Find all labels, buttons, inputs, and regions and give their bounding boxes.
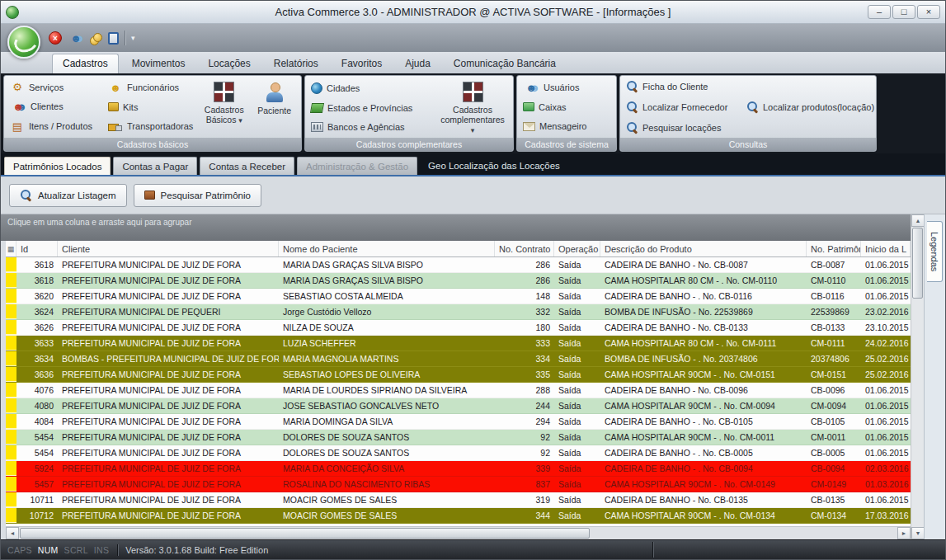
bancos-agencias-button[interactable]: Bancos e Agências (308, 121, 434, 133)
cell-cliente: PREFEITURA MUNICIPAL DE JUIZ DE FORA (58, 492, 279, 507)
table-row[interactable]: 5457 PREFEITURA MUNICIPAL DE JUIZ DE FOR… (6, 477, 911, 492)
atualizar-listagem-button[interactable]: Atualizar Listagem (9, 184, 127, 207)
ribbon-tab-movimentos[interactable]: Movimentos (122, 54, 195, 73)
close-button[interactable]: × (917, 5, 940, 19)
application-orb-button[interactable] (7, 26, 40, 59)
cell-inicio: 01.06.2015 (861, 383, 911, 398)
scroll-track[interactable] (911, 299, 924, 527)
table-row[interactable]: 5454 PREFEITURA MUNICIPAL DE JUIZ DE FOR… (6, 430, 911, 445)
table-row[interactable]: 3633 PREFEITURA MUNICIPAL DE JUIZ DE FOR… (6, 336, 911, 351)
cidades-button[interactable]: Cidades (308, 82, 434, 95)
column-header-inicio[interactable]: Inicio da L (861, 241, 911, 256)
table-row[interactable]: 3620 PREFEITURA MUNICIPAL DE JUIZ DE FOR… (6, 289, 911, 304)
table-row[interactable]: 3618 PREFEITURA MUNICIPAL DE JUIZ DE FOR… (6, 273, 911, 289)
scroll-down-icon[interactable]: ▼ (911, 527, 925, 539)
cell-contrato: 339 (495, 461, 554, 476)
minimize-button[interactable]: – (868, 5, 891, 19)
grid-squares-icon (214, 82, 234, 102)
servicos-button[interactable]: ⚙ Serviços (7, 81, 102, 93)
column-header-paciente[interactable]: Nome do Paciente (279, 241, 495, 256)
table-row[interactable]: 10711 PREFEITURA MUNICIPAL DE JUIZ DE FO… (6, 492, 911, 508)
asset-box-icon (144, 191, 155, 200)
logoff-user-icon[interactable]: ☻ (68, 33, 84, 44)
scroll-left-icon[interactable]: ◄ (6, 527, 19, 539)
ribbon-tab-cadastros[interactable]: Cadastros (52, 54, 119, 73)
cadastros-basicos-menu-button[interactable]: Cadastros Básicos ▾ (200, 78, 247, 136)
column-header-produto[interactable]: Descrição do Produto (600, 241, 807, 256)
ribbon-tab-locacoes[interactable]: Locações (198, 54, 260, 73)
application-window: Activa Commerce 3.0 - ADMINISTRADOR @ AC… (0, 0, 946, 560)
itens-produtos-button[interactable]: ▤ Itens / Produtos (7, 120, 102, 133)
exit-icon[interactable]: × (49, 31, 62, 45)
customize-quick-access-icon[interactable]: ▾ (131, 34, 135, 42)
kits-button[interactable]: Kits (106, 101, 197, 113)
table-row[interactable]: 3636 PREFEITURA MUNICIPAL DE JUIZ DE FOR… (6, 367, 911, 383)
cell-contrato: 334 (495, 351, 554, 366)
caixas-button[interactable]: Caixas (520, 101, 613, 113)
refresh-search-icon (20, 189, 32, 201)
ribbon-item-label: Serviços (29, 82, 64, 92)
horizontal-scroll-thumb[interactable] (20, 528, 590, 539)
legendas-tab[interactable]: Legendas (927, 221, 943, 282)
grid-corner-icon[interactable]: ▦ (6, 241, 16, 256)
map-icon (310, 103, 324, 113)
ribbon-tab-comunicacao-bancaria[interactable]: Comunicação Bancária (444, 54, 566, 73)
paciente-button[interactable]: Paciente (251, 78, 298, 136)
group-by-panel[interactable]: Clique em uma coluna e arraste aqui para… (1, 214, 911, 241)
cell-operacao: Saída (554, 273, 600, 288)
grid-toolbar: Atualizar Listagem Pesquisar Patrimônio (1, 176, 945, 214)
pesquisar-patrimonio-button[interactable]: Pesquisar Patrimônio (134, 184, 261, 207)
pesquisar-locacoes-button[interactable]: Pesquisar locações (624, 120, 741, 134)
cashier-coins-icon[interactable] (90, 32, 102, 45)
cell-id: 4076 (16, 383, 58, 398)
app-icon[interactable] (6, 6, 19, 19)
cell-produto: CAMA HOSPITALAR 90CM - . No. CM-0094 (600, 398, 807, 413)
column-header-contrato[interactable]: No. Contrato (495, 241, 554, 256)
scroll-up-icon[interactable]: ▲ (911, 214, 925, 227)
localizar-fornecedor-button[interactable]: Localizar Fornecedor (624, 100, 741, 114)
calculator-icon[interactable] (108, 32, 119, 45)
cell-inicio: 24.02.2016 (861, 336, 911, 351)
column-header-operacao[interactable]: Operação (554, 241, 600, 256)
column-header-cliente[interactable]: Cliente (58, 241, 279, 256)
cell-paciente: SEBASTIAO COSTA ALMEIDA (279, 289, 495, 304)
vertical-scroll-thumb[interactable] (912, 228, 923, 299)
table-row[interactable]: 4084 PREFEITURA MUNICIPAL DE JUIZ DE FOR… (6, 414, 911, 430)
clientes-button[interactable]: ☻ Clientes (7, 101, 102, 113)
table-row[interactable]: 3618 PREFEITURA MUNICIPAL DE JUIZ DE FOR… (6, 257, 911, 273)
tab-contas-a-receber[interactable]: Contas a Receber (200, 157, 294, 175)
cell-produto: CAMA HOSPITALAR 80 CM - . No. CM-0111 (600, 336, 807, 351)
table-row[interactable]: 4076 PREFEITURA MUNICIPAL DE JUIZ DE FOR… (6, 383, 911, 398)
column-header-patrimonio[interactable]: No. Patrimônio (807, 241, 861, 256)
tab-patrimonios-locados[interactable]: Patrimônios Locados (4, 157, 111, 175)
ficha-do-cliente-button[interactable]: Ficha do Cliente (624, 79, 741, 93)
ribbon-tab-relatorios[interactable]: Relatórios (264, 54, 328, 73)
scroll-right-icon[interactable]: ► (897, 527, 911, 539)
table-row[interactable]: 10712 PREFEITURA MUNICIPAL DE JUIZ DE FO… (6, 508, 911, 524)
funcionarios-button[interactable]: ☻ Funcionários (106, 82, 197, 94)
maximize-button[interactable]: □ (892, 5, 915, 19)
ribbon-tab-favoritos[interactable]: Favoritos (332, 54, 392, 73)
vertical-scrollbar[interactable]: ▲ ▼ (911, 214, 924, 539)
tab-geo-localizacao[interactable]: Geo Localização das Locações (420, 157, 568, 175)
ribbon-item-label: Transportadoras (127, 121, 193, 131)
horizontal-scrollbar[interactable]: ◄ ► (6, 526, 911, 539)
localizar-produtos-locacao-button[interactable]: Localizar produtos(locação) (744, 100, 877, 114)
estados-provincias-button[interactable]: Estados e Províncias (308, 102, 434, 114)
ribbon-tab-ajuda[interactable]: Ajuda (395, 54, 440, 73)
cell-patrimonio: CB-0135 (807, 492, 861, 507)
tab-contas-a-pagar[interactable]: Contas a Pagar (113, 157, 197, 175)
table-row[interactable]: 3626 PREFEITURA MUNICIPAL DE JUIZ DE FOR… (6, 320, 911, 336)
mensageiro-button[interactable]: Mensageiro (520, 120, 613, 132)
table-row[interactable]: 3634 BOMBAS - PREFEITURA MUNICIPAL DE JU… (6, 351, 911, 367)
cell-produto: CADEIRA DE BANHO - . No. CB-0116 (600, 289, 807, 304)
table-row[interactable]: 4080 PREFEITURA MUNICIPAL DE JUIZ DE FOR… (6, 398, 911, 414)
table-row[interactable]: 5924 PREFEITURA MUNICIPAL DE JUIZ DE FOR… (6, 461, 911, 477)
usuarios-button[interactable]: ☻ Usuários (520, 82, 613, 94)
transportadoras-button[interactable]: Transportadoras (106, 120, 197, 133)
cadastros-complementares-menu-button[interactable]: Cadastros complementares ▾ (437, 78, 508, 136)
cell-cliente: PREFEITURA MUNICIPAL DE JUIZ DE FORA (58, 477, 279, 492)
column-header-id[interactable]: Id (16, 241, 58, 256)
table-row[interactable]: 5454 PREFEITURA MUNICIPAL DE JUIZ DE FOR… (6, 445, 911, 461)
table-row[interactable]: 3624 PREFEITURA MUNICIPAL DE PEQUERI Jor… (6, 304, 911, 320)
